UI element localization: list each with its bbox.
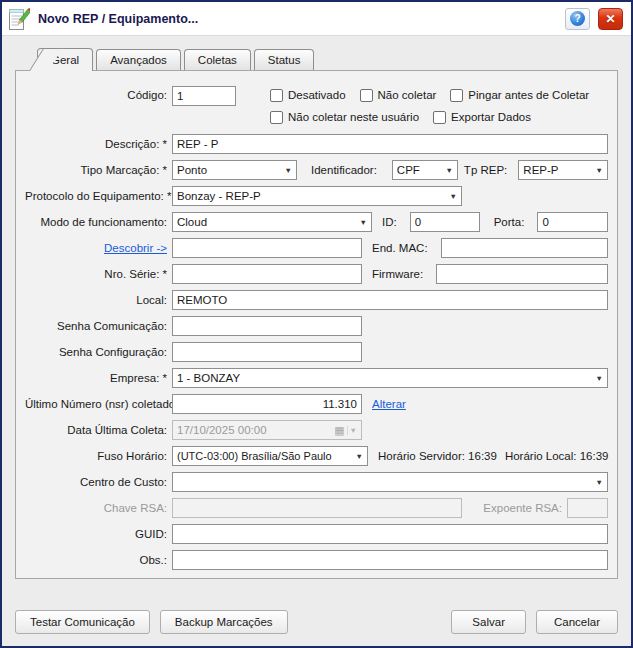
row-tipo-marcacao: Tipo Marcação: * Ponto ▼ Identificador: … bbox=[25, 160, 608, 180]
chevron-down-icon: ▼ bbox=[596, 478, 603, 487]
codigo-input[interactable] bbox=[172, 86, 236, 106]
porta-input[interactable] bbox=[537, 212, 608, 232]
checkbox-desativado[interactable] bbox=[270, 89, 283, 102]
horario-servidor-text: Horário Servidor: 16:39 bbox=[378, 450, 497, 462]
tipo-marcacao-select[interactable]: Ponto ▼ bbox=[172, 160, 297, 180]
tabpage-geral: Código: Desativado Não coletar bbox=[15, 70, 618, 579]
calendar-icon: ▦ bbox=[334, 425, 344, 436]
protocolo-select[interactable]: Bonzay - REP-P ▼ bbox=[172, 186, 462, 206]
close-button[interactable]: ✕ bbox=[598, 8, 623, 30]
tab-coletas[interactable]: Coletas bbox=[184, 49, 251, 70]
row-obs: Obs.: bbox=[25, 550, 608, 570]
chevron-down-icon: ▼ bbox=[445, 166, 452, 175]
tp-rep-label: Tp REP: bbox=[464, 164, 512, 176]
local-input[interactable] bbox=[172, 290, 608, 310]
help-icon: ? bbox=[570, 11, 585, 26]
row-modo: Modo de funcionamento: Cloud ▼ ID: Porta… bbox=[25, 212, 608, 232]
row-centro-custo: Centro de Custo: ▼ bbox=[25, 472, 608, 492]
backup-marcacoes-button[interactable]: Backup Marcações bbox=[160, 610, 288, 634]
checkbox-exportar-dados[interactable] bbox=[433, 111, 446, 124]
row-empresa: Empresa: * 1 - BONZAY ▼ bbox=[25, 368, 608, 388]
descricao-input[interactable] bbox=[172, 134, 608, 154]
firmware-input[interactable] bbox=[436, 264, 608, 284]
chevron-down-icon: ▼ bbox=[356, 452, 363, 461]
checkbox-nao-coletar[interactable] bbox=[360, 89, 373, 102]
fuso-horario-label: Fuso Horário: bbox=[25, 450, 172, 462]
checkbox-group: Desativado Não coletar Pingar antes de C… bbox=[270, 86, 589, 126]
end-mac-input[interactable] bbox=[441, 238, 608, 258]
data-ultima-coleta-picker[interactable]: 17/10/2025 00:00 ▦ ▼ bbox=[172, 420, 362, 440]
help-button[interactable]: ? bbox=[565, 8, 590, 30]
expoente-rsa-input bbox=[567, 498, 608, 518]
tipo-marcacao-label: Tipo Marcação: * bbox=[25, 164, 172, 176]
tab-geral[interactable]: Geral bbox=[37, 48, 93, 71]
tab-status[interactable]: Status bbox=[254, 49, 315, 70]
row-descobrir: Descobrir -> End. MAC: bbox=[25, 238, 608, 258]
checkbox-item-desativado: Desativado bbox=[270, 89, 346, 102]
descobrir-input[interactable] bbox=[172, 238, 362, 258]
row-protocolo: Protocolo do Equipamento: * Bonzay - REP… bbox=[25, 186, 608, 206]
codigo-label: Código: bbox=[25, 89, 172, 101]
row-descricao: Descrição: * bbox=[25, 134, 608, 154]
checkbox-item-nao-coletar: Não coletar bbox=[360, 89, 437, 102]
centro-custo-select[interactable]: ▼ bbox=[172, 472, 608, 492]
row-local: Local: bbox=[25, 290, 608, 310]
tab-avancados[interactable]: Avançados bbox=[96, 49, 181, 70]
descobrir-link[interactable]: Descobrir -> bbox=[104, 242, 167, 254]
checkbox-exportar-dados-label: Exportar Dados bbox=[451, 111, 531, 123]
guid-label: GUID: bbox=[25, 528, 172, 540]
window-title: Novo REP / Equipamento... bbox=[38, 12, 198, 26]
obs-input[interactable] bbox=[172, 550, 608, 570]
empresa-select[interactable]: 1 - BONZAY ▼ bbox=[172, 368, 608, 388]
centro-custo-label: Centro de Custo: bbox=[25, 476, 172, 488]
senha-comunicacao-input[interactable] bbox=[172, 316, 362, 336]
checkbox-nao-coletar-neste-usuario[interactable] bbox=[270, 111, 283, 124]
checkbox-nao-coletar-label: Não coletar bbox=[378, 89, 437, 101]
row-rsa: Chave RSA: Expoente RSA: bbox=[25, 498, 608, 518]
data-ultima-coleta-label: Data Última Coleta: bbox=[25, 424, 172, 436]
porta-label: Porta: bbox=[494, 216, 530, 228]
checkbox-item-nao-coletar-usuario: Não coletar neste usuário bbox=[270, 111, 419, 124]
row-codigo: Código: Desativado Não coletar bbox=[25, 86, 608, 126]
modo-funcionamento-label: Modo de funcionamento: bbox=[25, 216, 172, 228]
alterar-link[interactable]: Alterar bbox=[372, 398, 406, 410]
chevron-down-icon: ▼ bbox=[450, 192, 457, 201]
row-senha-comunicacao: Senha Comunicação: bbox=[25, 316, 608, 336]
obs-label: Obs.: bbox=[25, 554, 172, 566]
id-label: ID: bbox=[382, 216, 402, 228]
titlebar: Novo REP / Equipamento... ? ✕ bbox=[2, 2, 631, 36]
senha-comunicacao-label: Senha Comunicação: bbox=[25, 320, 172, 332]
checkbox-item-pingar: Pingar antes de Coletar bbox=[450, 89, 589, 102]
checkbox-pingar-label: Pingar antes de Coletar bbox=[468, 89, 589, 101]
row-data-coleta: Data Última Coleta: 17/10/2025 00:00 ▦ ▼ bbox=[25, 420, 608, 440]
guid-input[interactable] bbox=[172, 524, 608, 544]
nro-serie-input[interactable] bbox=[172, 264, 362, 284]
dialog-window: Novo REP / Equipamento... ? ✕ Geral Avan… bbox=[0, 0, 633, 648]
chevron-down-icon: ▼ bbox=[596, 166, 603, 175]
local-label: Local: bbox=[25, 294, 172, 306]
dialog-body: Geral Avançados Coletas Status Código: D… bbox=[2, 36, 631, 646]
id-input[interactable] bbox=[410, 212, 480, 232]
identificador-label: Identificador: bbox=[311, 164, 382, 176]
row-guid: GUID: bbox=[25, 524, 608, 544]
identificador-select[interactable]: CPF ▼ bbox=[392, 160, 458, 180]
chevron-down-icon: ▼ bbox=[347, 426, 359, 435]
tp-rep-select[interactable]: REP-P ▼ bbox=[518, 160, 608, 180]
testar-comunicacao-button[interactable]: Testar Comunicação bbox=[15, 610, 150, 634]
chevron-down-icon: ▼ bbox=[285, 166, 292, 175]
checkbox-pingar-antes-de-coletar[interactable] bbox=[450, 89, 463, 102]
senha-configuracao-input[interactable] bbox=[172, 342, 362, 362]
modo-funcionamento-select[interactable]: Cloud ▼ bbox=[172, 212, 372, 232]
row-fuso: Fuso Horário: (UTC-03:00) Brasília/São P… bbox=[25, 446, 608, 466]
nsr-label: Último Número (nsr) coletado bbox=[25, 398, 172, 410]
horario-local-text: Horário Local: 16:39 bbox=[505, 450, 609, 462]
cancelar-button[interactable]: Cancelar bbox=[536, 610, 618, 634]
button-bar: Testar Comunicação Backup Marcações Salv… bbox=[15, 600, 618, 646]
chevron-down-icon: ▼ bbox=[360, 218, 367, 227]
chave-rsa-input bbox=[172, 498, 462, 518]
chave-rsa-label: Chave RSA: bbox=[25, 502, 172, 514]
end-mac-label: End. MAC: bbox=[372, 242, 433, 254]
fuso-horario-select[interactable]: (UTC-03:00) Brasília/São Paulo ▼ bbox=[172, 446, 368, 466]
salvar-button[interactable]: Salvar bbox=[451, 610, 526, 634]
nsr-input[interactable] bbox=[172, 394, 362, 414]
